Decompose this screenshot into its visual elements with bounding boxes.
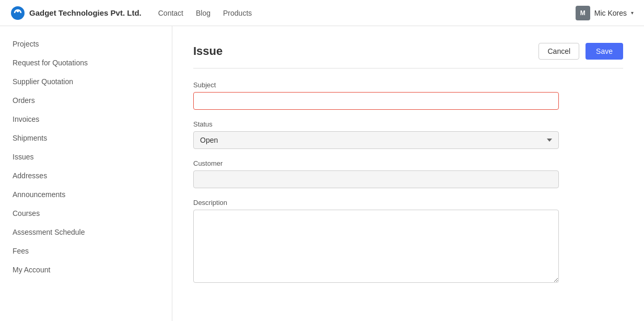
sidebar-item-rfq[interactable]: Request for Quotations	[0, 53, 172, 72]
customer-label: Customer	[193, 159, 559, 167]
brand-logo	[10, 6, 25, 20]
sidebar-item-fees[interactable]: Fees	[0, 242, 172, 260]
nav-blog[interactable]: Blog	[196, 9, 210, 17]
user-menu: M Mic Kores ▾	[576, 6, 634, 20]
brand: Gadget Technologies Pvt. Ltd.	[10, 6, 142, 20]
user-name[interactable]: Mic Kores	[594, 9, 627, 17]
sidebar-item-my-account[interactable]: My Account	[0, 260, 172, 279]
svg-point-1	[17, 9, 19, 12]
main-content: Issue Cancel Save Subject Status Open In…	[172, 26, 644, 321]
subject-input[interactable]	[193, 92, 559, 110]
sidebar-item-assessment-schedule[interactable]: Assessment Schedule	[0, 223, 172, 242]
sidebar-item-addresses[interactable]: Addresses	[0, 166, 172, 185]
description-textarea[interactable]	[193, 210, 559, 283]
page-header: Issue Cancel Save	[193, 43, 623, 68]
sidebar-item-orders[interactable]: Orders	[0, 91, 172, 110]
customer-input[interactable]	[193, 170, 559, 188]
subject-label: Subject	[193, 81, 559, 89]
status-label: Status	[193, 120, 559, 128]
sidebar-item-projects[interactable]: Projects	[0, 35, 172, 53]
svg-point-0	[11, 6, 25, 20]
nav-products[interactable]: Products	[223, 9, 252, 17]
status-select[interactable]: Open In Progress Closed	[193, 131, 559, 149]
sidebar-item-supplier-quotation[interactable]: Supplier Quotation	[0, 72, 172, 91]
sidebar-item-courses[interactable]: Courses	[0, 204, 172, 223]
sidebar-item-issues[interactable]: Issues	[0, 147, 172, 166]
sidebar-item-announcements[interactable]: Announcements	[0, 185, 172, 204]
save-button[interactable]: Save	[586, 43, 623, 60]
description-group: Description	[193, 199, 559, 284]
status-group: Status Open In Progress Closed	[193, 120, 559, 149]
issue-form: Subject Status Open In Progress Closed C…	[193, 81, 559, 284]
user-avatar: M	[576, 6, 590, 20]
cancel-button[interactable]: Cancel	[538, 43, 579, 60]
customer-group: Customer	[193, 159, 559, 188]
navbar: Gadget Technologies Pvt. Ltd. Contact Bl…	[0, 0, 644, 26]
brand-name: Gadget Technologies Pvt. Ltd.	[29, 8, 142, 17]
sidebar: Projects Request for Quotations Supplier…	[0, 26, 172, 321]
nav-contact[interactable]: Contact	[158, 9, 183, 17]
subject-group: Subject	[193, 81, 559, 110]
layout: Projects Request for Quotations Supplier…	[0, 26, 644, 321]
sidebar-item-invoices[interactable]: Invoices	[0, 110, 172, 129]
description-label: Description	[193, 199, 559, 207]
user-dropdown-caret[interactable]: ▾	[631, 10, 634, 16]
sidebar-item-shipments[interactable]: Shipments	[0, 129, 172, 147]
page-title: Issue	[193, 44, 223, 58]
header-actions: Cancel Save	[538, 43, 623, 60]
